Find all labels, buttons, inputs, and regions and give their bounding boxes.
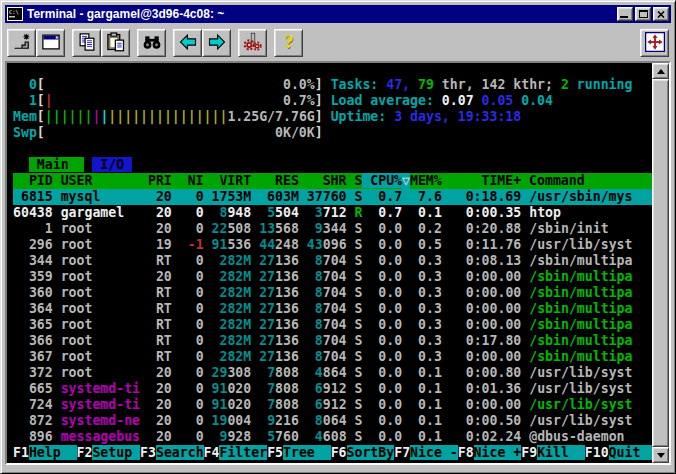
blank-line [13, 141, 652, 157]
fullscreen-button[interactable] [640, 29, 669, 57]
column-headers[interactable]: MEM% TIME+ Command [410, 173, 640, 188]
fkey-f3[interactable]: F3 [140, 445, 156, 460]
forward-arrow-button[interactable] [202, 29, 231, 57]
terminal-frame: 0[ 0.0%] Tasks: 47, 79 thr, 142 kthr; 2 … [5, 61, 671, 465]
toolbar-group [238, 29, 267, 57]
fkey-label-f5[interactable]: Tree [283, 445, 331, 460]
close-icon [657, 11, 665, 18]
table-header[interactable]: PID USER PRI NI VIRT RES SHR S CPU%▽MEM%… [13, 173, 652, 189]
help-button[interactable]: ?? [274, 29, 303, 57]
fkey-f7[interactable]: F7 [394, 445, 410, 460]
fkey-label-f8[interactable]: Nice + [474, 445, 522, 460]
console-icon: C:\ [7, 7, 23, 21]
fkey-label-f3[interactable]: Search [156, 445, 204, 460]
process-row[interactable]: 366 root RT 0 282M 27136 8704 S 0.0 0.3 … [13, 333, 652, 349]
back-arrow-icon [178, 32, 198, 55]
memory-meter: Mem[|||||||||||||||||||||||1.25G/7.76G] … [13, 109, 652, 125]
arrow-up-icon [657, 69, 665, 74]
function-key-bar[interactable]: F1Help F2Setup F3SearchF4FilterF5Tree F6… [13, 445, 652, 461]
process-row[interactable]: 359 root 20 0 282M 27136 8704 S 0.0 0.3 … [13, 269, 652, 285]
process-row[interactable]: 60438 gargamel 20 0 8948 5504 3712 R 0.7… [13, 205, 652, 221]
back-arrow-button[interactable] [173, 29, 202, 57]
fkey-label-f1[interactable]: Help [29, 445, 77, 460]
minimize-icon [620, 16, 628, 18]
screen-tabs: Main I/O [13, 157, 652, 173]
process-row[interactable]: 6815 mysql 20 0 1753M 603M 37760 S 0.7 7… [13, 189, 652, 205]
fkey-label-f10[interactable]: Quit [609, 445, 652, 460]
fkey-f5[interactable]: F5 [267, 445, 283, 460]
new-session-button[interactable] [7, 29, 36, 57]
maximize-icon [639, 10, 648, 18]
fkey-f2[interactable]: F2 [77, 445, 93, 460]
swap-meter: Swp[ 0K/0K] [13, 125, 652, 141]
fkey-f9[interactable]: F9 [521, 445, 537, 460]
toolbar-group [137, 29, 166, 57]
terminal-screen[interactable]: 0[ 0.0%] Tasks: 47, 79 thr, 142 kthr; 2 … [7, 63, 652, 463]
new-session-icon [12, 32, 32, 55]
toolbar-group [7, 29, 65, 57]
window-title: Terminal - gargamel@3d96-4c08: ~ [27, 7, 615, 21]
process-row[interactable]: 367 root RT 0 282M 27136 8704 S 0.0 0.3 … [13, 349, 652, 365]
cpu-meter-1: 1[| 0.7%] Load average: 0.07 0.05 0.04 [13, 93, 652, 109]
process-row[interactable]: 896 messagebus 20 0 9928 5760 4608 S 0.0… [13, 429, 652, 445]
process-row[interactable]: 724 systemd-ti 20 0 91020 7808 6912 S 0.… [13, 397, 652, 413]
settings-icon [243, 32, 263, 55]
maximize-button[interactable] [635, 7, 651, 21]
scroll-up-button[interactable] [652, 63, 669, 79]
sort-indicator-icon: ▽ [402, 173, 410, 189]
process-row[interactable]: 665 systemd-ti 20 0 91020 7808 6912 S 0.… [13, 381, 652, 397]
arrow-down-icon [657, 453, 665, 458]
tab-io[interactable]: I/O [92, 157, 132, 172]
find-button[interactable] [137, 29, 166, 57]
cpu-meter-0: 0[ 0.0%] Tasks: 47, 79 thr, 142 kthr; 2 … [13, 77, 652, 93]
process-row[interactable]: 364 root RT 0 282M 27136 8704 S 0.0 0.3 … [13, 301, 652, 317]
fkey-label-f2[interactable]: Setup [92, 445, 140, 460]
tab-main[interactable]: Main [29, 157, 85, 172]
toolbar: ?? [7, 28, 669, 58]
fkey-label-f4[interactable]: Filter [219, 445, 267, 460]
scroll-down-button[interactable] [652, 447, 669, 463]
svg-text:?: ? [284, 32, 293, 52]
find-icon [142, 32, 162, 55]
toolbar-group [72, 29, 130, 57]
copy-icon [77, 32, 97, 55]
fkey-f1[interactable]: F1 [13, 445, 29, 460]
toolbar-group: ?? [274, 29, 303, 57]
fkey-f4[interactable]: F4 [204, 445, 220, 460]
fkey-f6[interactable]: F6 [331, 445, 347, 460]
minimize-button[interactable] [617, 7, 633, 21]
settings-button[interactable] [238, 29, 267, 57]
titlebar: C:\ Terminal - gargamel@3d96-4c08: ~ [5, 5, 671, 23]
process-row[interactable]: 296 root 19 -1 91536 44248 43096 S 0.0 0… [13, 237, 652, 253]
toolbar-group [173, 29, 231, 57]
process-row[interactable]: 344 root RT 0 282M 27136 8704 S 0.0 0.3 … [13, 253, 652, 269]
new-window-icon [41, 32, 61, 55]
forward-arrow-icon [207, 32, 227, 55]
sort-column-header[interactable]: CPU% [362, 173, 402, 188]
process-row[interactable]: 372 root 20 0 29308 7808 4864 S 0.0 0.1 … [13, 365, 652, 381]
fkey-f10[interactable]: F10 [585, 445, 609, 460]
column-headers[interactable]: PID USER PRI NI VIRT RES SHR S [13, 173, 362, 188]
terminal-window: C:\ Terminal - gargamel@3d96-4c08: ~ ?? … [0, 0, 676, 474]
paste-icon [106, 32, 126, 55]
help-icon: ?? [279, 32, 299, 55]
new-window-button[interactable] [36, 29, 65, 57]
close-button[interactable] [653, 7, 669, 21]
fkey-label-f9[interactable]: Kill [537, 445, 585, 460]
fkey-label-f6[interactable]: SortBy [347, 445, 395, 460]
process-row[interactable]: 365 root RT 0 282M 27136 8704 S 0.0 0.3 … [13, 317, 652, 333]
process-row[interactable]: 1 root 20 0 22508 13568 9344 S 0.0 0.2 0… [13, 221, 652, 237]
paste-button[interactable] [101, 29, 130, 57]
process-row[interactable]: 872 systemd-ne 20 0 19004 9216 8064 S 0.… [13, 413, 652, 429]
copy-button[interactable] [72, 29, 101, 57]
scrollbar-thumb[interactable] [652, 79, 669, 447]
scrollbar[interactable] [652, 63, 669, 463]
fkey-f8[interactable]: F8 [458, 445, 474, 460]
svg-text:C:\: C:\ [9, 9, 19, 15]
fkey-label-f7[interactable]: Nice - [410, 445, 458, 460]
fullscreen-icon [645, 32, 665, 55]
process-row[interactable]: 360 root RT 0 282M 27136 8704 S 0.0 0.3 … [13, 285, 652, 301]
